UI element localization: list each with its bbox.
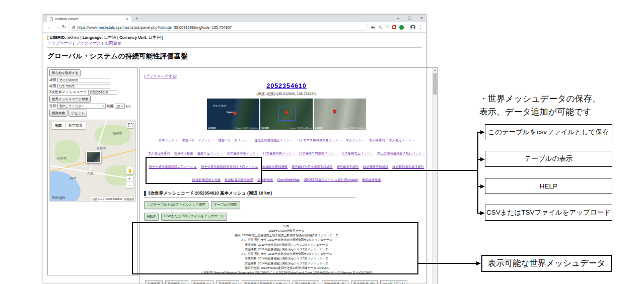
mesh-link[interactable]: OpenStreetMap [277,178,299,181]
search-sidebar: 現在地を取得する 緯度 経度 3次世界メッシュコード 世界メッシュコード検索 [47,67,138,275]
landmark-search-button[interactable]: 標識検索 [49,110,67,117]
mesh-data-button[interactable]: 平均傾斜角 (度) [322,280,348,284]
mesh-link[interactable]: 近傍求人探索 [174,151,193,155]
reset-button[interactable]: リセット [68,110,87,117]
extension-green-icon[interactable] [399,25,404,30]
tab-close-icon[interactable]: × [126,17,128,21]
mesh-link[interactable]: 周回経路検索 [362,178,381,181]
mesh-photo-thumbnail[interactable] [86,151,101,163]
bracket: ] [162,35,163,40]
bracket: [ [47,35,48,40]
mesh-link[interactable]: GEOSTAT雇用メッシュ統計(Eurostat) [304,178,358,181]
mesh-link[interactable]: 鉄道駅別雇用経済統計 [392,165,424,168]
get-location-button[interactable]: 現在地を取得する [49,69,81,76]
chevron-down-icon: ▼ [102,105,104,108]
map-tab-map[interactable]: 地図 [52,122,65,129]
scrollbar-thumb[interactable] [433,73,437,95]
back-button[interactable]: ← [47,25,52,30]
map-label-osaka: 大阪 [87,171,94,176]
map-pin-icon [233,111,238,116]
latitude-input[interactable] [57,78,110,82]
mesh-data-button[interactable]: 最大傾斜角 (度) [351,280,378,284]
browser-tab[interactable]: location viewer × [47,16,131,22]
map-tab-satellite[interactable]: 航空写真 [65,122,86,129]
mesh-link[interactable]: 地域観光遷移情報 [262,165,288,168]
mesh-link[interactable]: 日次雇用平均価格メッシュ [299,151,337,155]
mesh-link[interactable]: 求人時系列 [369,138,385,142]
bookmark-this-link[interactable]: (ブックマークする) [144,74,177,78]
map-image-city[interactable]: Google Imagery ©2018 TerraMetrics [314,99,366,130]
chevron-down-icon: ▼ [121,105,123,108]
save-csv-button[interactable]: このテーブルをcsvファイルとして保存 [144,201,208,209]
mesh-link[interactable]: 市区町村別月次雇用実績統計 [292,165,333,168]
annotation-box-save-csv: このテーブルをcsvファイルとして保存 [485,124,612,140]
mesh-link[interactable]: 国土交通省雇用経済統計メッシュ [377,151,425,155]
url-field[interactable]: https://www.meshstats.xyz/meshstats/pane… [68,24,368,31]
mesh-data-button[interactable]: 平均標高 (m) [191,280,214,284]
meshcode-input[interactable] [88,90,117,94]
mesh-link[interactable]: 鉄道乗降客数統計 [363,165,388,168]
zoom-in-button[interactable]: + [126,176,133,182]
mesh-data-button[interactable]: 行政区画 [145,280,163,284]
mesh-data-button[interactable]: 2010年人口 (人) [380,280,407,284]
mesh-data-button[interactable]: 最高標高と最低標高との差 (m) [242,280,290,284]
profile-avatar-icon[interactable] [410,25,415,30]
zoom-out-button[interactable]: − [126,182,133,188]
nav-link-contact[interactable]: お問合せ [105,41,121,45]
mesh-search-button[interactable]: 世界メッシュコード検索 [49,96,91,103]
addressbar-icons: ☆ ⋮ [371,25,422,30]
sidebar-map[interactable]: 福井県 京都市 兵庫県 大阪 神戸 地図 航空写真 + [49,120,136,202]
mesh-link[interactable]: 地震ハザードメッシュ [218,138,250,142]
maximize-button[interactable]: □ [408,16,411,21]
view-table-button[interactable]: テーブルの閲覧 [211,201,240,209]
mesh-link[interactable]: 日次雇用売上メッシュ [341,151,374,155]
address-bar: ← → ↻ https://www.meshstats.xyz/meshstat… [43,22,426,33]
mesh-link[interactable]: バイオマス森林成長量メッシュ [297,138,342,142]
language-value: 日本語 [104,35,116,40]
reload-button[interactable]: ↻ [62,25,66,30]
mesh-code-heading: 2052354610 [144,81,429,90]
mesh-link[interactable]: 月次雇用実績メッシュ [227,151,259,155]
map-image-region[interactable]: Google Imagery ©2018 TerraMetrics [260,99,313,130]
content-scrollbar[interactable]: ▲ ▼ [432,68,437,284]
mesh-link[interactable]: 優先度別避難施設メッシュ [254,138,293,142]
fullscreen-icon[interactable] [127,122,133,128]
map-terms-link[interactable]: 利用規約 [124,198,134,201]
longitude-input[interactable] [57,84,110,88]
map-copyright: 地図データ ©2018 ZENRIN [93,198,122,201]
distance-select[interactable]: 10 ▼ [115,104,125,109]
mesh-link[interactable]: 求人還元メッシュ [389,138,414,142]
menu-dots-icon[interactable]: ⋮ [418,25,422,29]
mesh-link[interactable]: 基本メッシュ [159,138,178,142]
nav-link-top-page[interactable]: トップページ [47,41,72,45]
key-icon[interactable] [371,25,375,30]
pegman-icon[interactable] [126,167,133,174]
section-header: 3次世界メッシュコード 2052354610 基本メッシュ (周辺 10 km) [144,191,355,198]
minimize-button[interactable]: – [397,16,399,21]
google-watermark: Google [261,127,269,129]
category-select[interactable]: 選択してください ▼ [57,104,106,109]
mesh-code-link[interactable]: 2052354610 [266,82,307,89]
upload-file-button[interactable]: CSVまたはTSVファイルをアップロード [161,213,227,221]
scroll-up-icon[interactable]: ▲ [433,68,438,72]
arrow-icon [476,261,481,265]
mesh-link[interactable]: 求人メッシュ [346,138,365,142]
mesh-link[interactable]: 日次雇用実績メッシュ [263,151,295,155]
mesh-data-button[interactable]: 最低標高 (m) [165,280,188,284]
mesh-link[interactable]: 市区町村別統計 [337,165,359,168]
mesh-data-button[interactable]: 最小傾斜角 (度) [293,280,319,284]
map-image-japan[interactable]: Sea of Japan Japan Google Imagery ©2018 … [207,99,259,130]
mesh-data-button[interactable]: 最高標高 (m) [216,280,239,284]
divider [407,25,407,30]
mesh-link[interactable]: 求人還元時系列 [148,151,170,155]
close-button[interactable]: × [420,16,423,21]
help-button[interactable]: HELP [144,213,159,221]
forward-button[interactable]: → [54,25,59,30]
zoom-icon[interactable] [378,25,383,30]
mesh-link[interactable]: 雇用予定メッシュ [197,151,223,155]
new-tab-button[interactable]: + [135,16,138,21]
bookmark-star-icon[interactable]: ☆ [386,25,389,29]
nav-link-bookmark[interactable]: ブックマーク [76,41,101,45]
mesh-link[interactable]: 津波ハザードメッシュ [182,138,214,142]
extension-red-icon[interactable] [392,25,396,29]
